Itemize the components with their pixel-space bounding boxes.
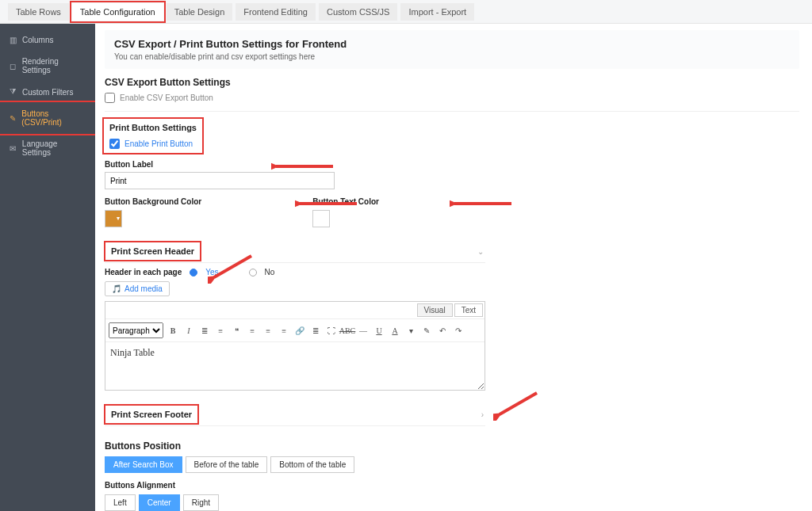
sidebar-item-language[interactable]: ✉ Language Settings	[0, 133, 95, 163]
sidebar: ▥ Columns ◻ Rendering Settings ⧩ Custom …	[0, 24, 95, 511]
enable-csv-checkbox[interactable]: Enable CSV Export Button	[105, 93, 799, 103]
bg-color-title: Button Background Color	[105, 197, 201, 206]
sidebar-item-columns[interactable]: ▥ Columns	[0, 29, 95, 51]
seg-align-right[interactable]: Right	[183, 494, 219, 511]
seg-bottom-table[interactable]: Bottom of the table	[270, 456, 354, 473]
tab-table-configuration[interactable]: Table Configuration	[72, 3, 163, 21]
top-tabs: Table Rows Table Configuration Table Des…	[0, 0, 812, 24]
enable-print-checkbox[interactable]: Enable Print Button	[105, 139, 201, 152]
add-media-button[interactable]: 🎵 Add media	[105, 281, 170, 296]
enable-print-label: Enable Print Button	[124, 139, 193, 148]
tab-table-rows[interactable]: Table Rows	[8, 3, 69, 21]
bold-icon[interactable]: B	[167, 324, 179, 337]
csv-section-title: CSV Export Button Settings	[105, 77, 799, 88]
link-icon[interactable]: 🔗	[293, 324, 306, 337]
sidebar-item-filters[interactable]: ⧩ Custom Filters	[0, 81, 95, 103]
language-icon: ✉	[8, 143, 17, 153]
page-title: CSV Export / Print Button Settings for F…	[114, 38, 790, 50]
enable-csv-input[interactable]	[105, 93, 115, 103]
buttons-position-group: After Search Box Before of the table Bot…	[105, 456, 799, 473]
underline-icon[interactable]: U	[373, 324, 385, 337]
annotation-arrow	[493, 389, 541, 421]
align-left-icon[interactable]: ≡	[246, 324, 259, 337]
align-right-icon[interactable]: ≡	[278, 324, 290, 337]
seg-before-table[interactable]: Before of the table	[186, 456, 268, 473]
bg-color-swatch[interactable]: ▾	[105, 210, 122, 227]
chevron-down-icon[interactable]: ⌄	[477, 247, 484, 256]
hr-icon[interactable]: ―	[357, 324, 370, 337]
redo-icon[interactable]: ↷	[452, 324, 465, 337]
textcolor-icon[interactable]: A	[389, 324, 401, 337]
buttons-icon: ✎	[8, 113, 17, 123]
tab-import-export[interactable]: Import - Export	[400, 3, 474, 21]
clear-format-icon[interactable]: ✎	[420, 324, 433, 337]
sidebar-item-buttons[interactable]: ✎ Buttons (CSV/Print)	[0, 103, 95, 133]
editor-toolbar: Paragraph B I ≣ ≡ ❝ ≡ ≡ ≡ 🔗 ≣ ⛶ ABC ― U …	[105, 319, 485, 342]
align-center-icon[interactable]: ≡	[262, 324, 274, 337]
sidebar-item-rendering[interactable]: ◻ Rendering Settings	[0, 51, 95, 81]
media-icon: 🎵	[112, 284, 121, 293]
chevron-right-icon[interactable]: ›	[481, 410, 484, 419]
sidebar-item-label: Rendering Settings	[22, 57, 87, 74]
header-each-page-label: Header in each page	[105, 268, 182, 276]
text-color-title: Button Text Color	[312, 197, 379, 206]
chevron-down-icon: ▾	[117, 215, 120, 222]
buttons-alignment-title: Buttons Alignment	[105, 481, 799, 490]
rendering-icon: ◻	[8, 61, 17, 71]
tab-custom-css[interactable]: Custom CSS/JS	[319, 3, 397, 21]
page-subtitle: You can enable/disable print and csv exp…	[114, 52, 790, 61]
radio-yes-label: Yes	[205, 268, 218, 276]
buttons-position-title: Buttons Position	[105, 440, 799, 452]
seg-after-search[interactable]: After Search Box	[105, 456, 182, 473]
sidebar-item-label: Buttons (CSV/Print)	[21, 109, 87, 127]
radio-yes[interactable]	[190, 269, 197, 276]
seg-align-center[interactable]: Center	[139, 494, 180, 511]
fullscreen-icon[interactable]: ⛶	[325, 324, 338, 337]
tab-frontend-editing[interactable]: Frontend Editing	[236, 3, 316, 21]
sidebar-item-label: Custom Filters	[22, 88, 73, 97]
tab-table-design[interactable]: Table Design	[167, 3, 233, 21]
buttons-alignment-group: Left Center Right	[105, 494, 799, 511]
enable-print-input[interactable]	[109, 139, 120, 149]
sidebar-item-label: Language Settings	[22, 139, 87, 157]
radio-no-label: No	[265, 268, 275, 276]
editor-tab-visual[interactable]: Visual	[417, 303, 453, 317]
undo-icon[interactable]: ↶	[436, 324, 449, 337]
format-select[interactable]: Paragraph	[109, 322, 163, 338]
bullet-list-icon[interactable]: ≣	[198, 324, 211, 337]
text-color-swatch[interactable]	[312, 210, 330, 227]
textcolor-chevron-icon[interactable]: ▾	[404, 324, 417, 337]
seg-align-left[interactable]: Left	[105, 494, 136, 511]
rich-text-editor: Visual Text Paragraph B I ≣ ≡ ❝ ≡ ≡ ≡ 🔗 …	[105, 301, 485, 391]
columns-icon: ▥	[8, 35, 17, 44]
radio-no[interactable]	[249, 269, 257, 276]
print-footer-title: Print Screen Footer	[106, 406, 197, 422]
strike-icon[interactable]: ABC	[341, 324, 354, 337]
svg-line-4	[500, 393, 537, 414]
main-content: CSV Export / Print Button Settings for F…	[95, 24, 812, 511]
enable-csv-label: Enable CSV Export Button	[120, 93, 213, 102]
button-label-title: Button Label	[105, 160, 799, 169]
button-label-input[interactable]	[105, 172, 335, 189]
annotation-arrow	[450, 196, 513, 212]
blockquote-icon[interactable]: ❝	[230, 324, 243, 337]
filter-icon: ⧩	[8, 87, 17, 97]
print-header-title: Print Screen Header	[106, 243, 199, 259]
sidebar-item-label: Columns	[22, 36, 53, 44]
readmore-icon[interactable]: ≣	[309, 324, 322, 337]
ordered-list-icon[interactable]: ≡	[214, 324, 227, 337]
italic-icon[interactable]: I	[182, 324, 195, 337]
editor-content[interactable]: Ninja Table	[105, 342, 485, 390]
add-media-label: Add media	[124, 284, 163, 293]
editor-tab-text[interactable]: Text	[454, 303, 483, 317]
print-section-title: Print Button Settings	[105, 120, 201, 135]
